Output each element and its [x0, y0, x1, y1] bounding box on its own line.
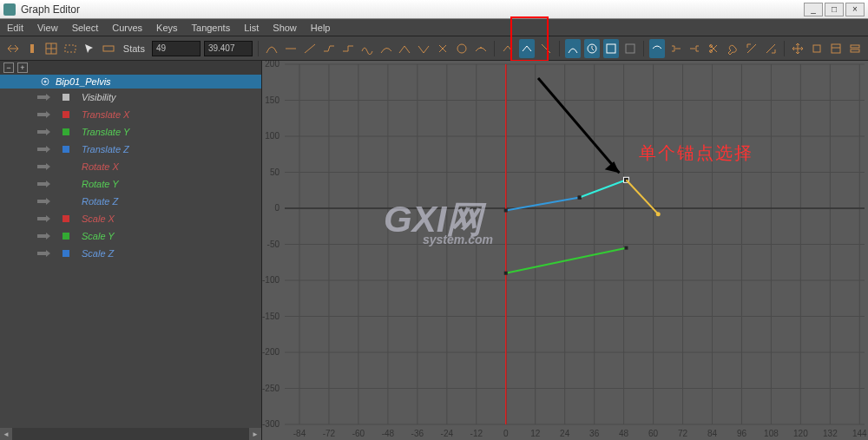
attr-row[interactable]: Translate X: [0, 106, 261, 123]
svg-marker-29: [46, 163, 50, 170]
svg-text:-72: -72: [323, 429, 336, 438]
attr-row[interactable]: Scale Z: [0, 245, 261, 262]
svg-text:-300: -300: [262, 419, 279, 429]
attr-row[interactable]: Rotate X: [0, 158, 261, 175]
post-infinity-icon[interactable]: [687, 39, 702, 58]
scale-tool-icon[interactable]: [809, 39, 825, 58]
menu-view[interactable]: View: [37, 23, 58, 33]
tangent-fixed3-icon[interactable]: [435, 39, 450, 58]
lattice-icon[interactable]: [43, 39, 59, 58]
svg-rect-4: [65, 45, 76, 52]
attr-row[interactable]: Visibility: [0, 89, 261, 106]
time-snap-icon[interactable]: [584, 39, 600, 58]
svg-rect-107: [504, 208, 508, 212]
denormalize-icon[interactable]: [763, 39, 779, 58]
svg-rect-10: [626, 44, 635, 53]
annotation-text: 单个锚点选择: [639, 141, 753, 165]
channel-color-swatch: [62, 128, 69, 135]
visibility-toggle-icon[interactable]: [36, 232, 50, 240]
attr-row[interactable]: Translate Z: [0, 141, 261, 158]
cut-icon[interactable]: [706, 39, 721, 58]
tangent-auto-icon[interactable]: [378, 39, 394, 58]
attr-row[interactable]: Scale Y: [0, 227, 261, 245]
expand-all-button[interactable]: +: [17, 62, 28, 73]
visibility-toggle-icon[interactable]: [36, 249, 50, 258]
tangent-flat-icon[interactable]: [321, 39, 337, 58]
channel-label: Translate Y: [82, 127, 129, 137]
tangent-step-icon[interactable]: [340, 39, 356, 58]
value-snap-icon[interactable]: [603, 39, 619, 58]
menu-edit[interactable]: Edit: [7, 23, 23, 33]
visibility-toggle-icon[interactable]: [36, 93, 50, 102]
buffer-curve-icon[interactable]: [473, 39, 489, 58]
menu-keys[interactable]: Keys: [156, 23, 177, 33]
svg-marker-25: [46, 128, 50, 135]
insert-key-icon[interactable]: [24, 39, 40, 58]
svg-line-114: [538, 78, 619, 173]
collapse-all-button[interactable]: −: [3, 62, 14, 73]
svg-rect-9: [607, 44, 615, 53]
svg-text:-60: -60: [352, 429, 365, 438]
attr-row[interactable]: Rotate Z: [0, 193, 261, 210]
visibility-toggle-icon[interactable]: [36, 180, 50, 188]
svg-rect-0: [30, 44, 34, 53]
normalize-icon[interactable]: [744, 39, 760, 58]
settings-icon[interactable]: [847, 39, 863, 58]
tangent-spline-icon[interactable]: [264, 39, 279, 58]
visibility-toggle-icon[interactable]: [36, 145, 50, 154]
menu-tangents[interactable]: Tangents: [192, 23, 231, 33]
tangent-linear-icon[interactable]: [302, 39, 318, 58]
channel-color-swatch: [62, 215, 69, 222]
tangent-plateau-icon[interactable]: [359, 39, 375, 58]
muted-icon[interactable]: [622, 39, 638, 58]
menu-select[interactable]: Select: [72, 23, 99, 33]
window-title: Graph Editor: [21, 3, 802, 16]
node-row-selected[interactable]: Bip01_Pelvis: [0, 75, 261, 89]
move-nearest-key-icon[interactable]: [5, 39, 21, 58]
maximize-button[interactable]: □: [825, 3, 844, 16]
visibility-toggle-icon[interactable]: [36, 110, 50, 119]
graph-canvas[interactable]: -84-72-60-48-36-24-120122436486072849610…: [262, 61, 868, 440]
unify-tangent-icon[interactable]: [519, 39, 535, 58]
tangent-clamped-icon[interactable]: [283, 39, 299, 58]
menu-curves[interactable]: Curves: [112, 23, 142, 33]
bookmarks-icon[interactable]: [828, 39, 844, 58]
move-tool-icon[interactable]: [790, 39, 806, 58]
svg-text:-12: -12: [470, 429, 483, 438]
break-tangent-icon[interactable]: [500, 39, 516, 58]
free-tangent-icon[interactable]: [538, 39, 554, 58]
tangent-fixed2-icon[interactable]: [416, 39, 431, 58]
open-dope-icon[interactable]: [649, 39, 665, 58]
attr-row[interactable]: Rotate Y: [0, 175, 261, 193]
pre-infinity-icon[interactable]: [668, 39, 684, 58]
toolbar: Stats: [0, 36, 868, 61]
outliner-scrollbar[interactable]: ◄►: [0, 428, 261, 440]
isolate-curve-icon[interactable]: [565, 39, 581, 58]
svg-text:-100: -100: [262, 275, 279, 285]
tangent-fixed1-icon[interactable]: [397, 39, 412, 58]
select-cursor-icon[interactable]: [82, 39, 97, 58]
wrench-icon[interactable]: [725, 39, 740, 58]
stats-time-input[interactable]: [152, 41, 201, 56]
titlebar: Graph Editor _ □ ×: [0, 0, 868, 19]
close-button[interactable]: ×: [845, 3, 865, 16]
stats-value-input[interactable]: [204, 41, 253, 56]
menu-show[interactable]: Show: [273, 23, 297, 33]
visibility-toggle-icon[interactable]: [36, 128, 50, 136]
attr-row[interactable]: Scale X: [0, 210, 261, 227]
graph-view[interactable]: -84-72-60-48-36-24-120122436486072849610…: [262, 61, 868, 440]
region-icon[interactable]: [62, 39, 78, 58]
visibility-toggle-icon[interactable]: [36, 197, 50, 206]
attr-row[interactable]: Translate Y: [0, 123, 261, 141]
svg-text:-36: -36: [411, 429, 424, 438]
channel-color-swatch: [62, 181, 69, 187]
visibility-toggle-icon[interactable]: [36, 162, 50, 171]
svg-rect-28: [37, 165, 46, 168]
tangent-fixed4-icon[interactable]: [454, 39, 470, 58]
svg-text:84: 84: [707, 429, 718, 438]
menu-list[interactable]: List: [244, 23, 259, 33]
frame-range-icon[interactable]: [101, 39, 116, 58]
menu-help[interactable]: Help: [311, 23, 331, 33]
minimize-button[interactable]: _: [804, 3, 823, 16]
visibility-toggle-icon[interactable]: [36, 214, 50, 223]
